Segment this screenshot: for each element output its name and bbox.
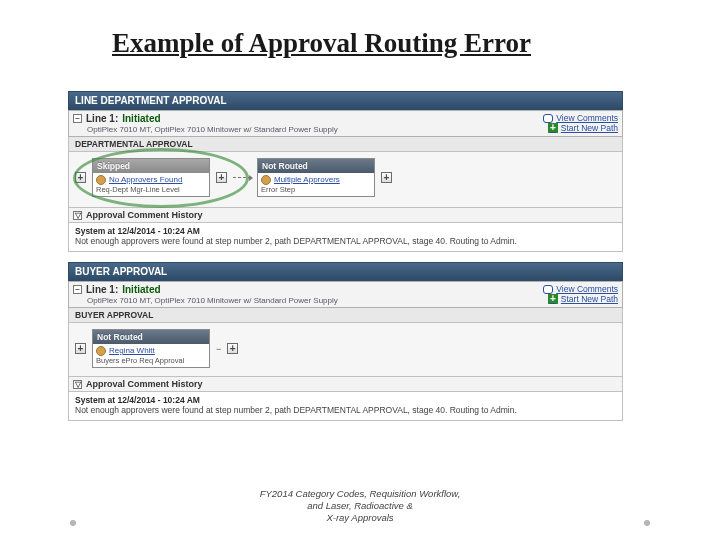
line-label: Line 1: — [86, 113, 118, 124]
buyer-approval-subheader: BUYER APPROVAL — [68, 308, 623, 323]
terminator: − — [216, 344, 221, 354]
start-new-path-link[interactable]: + Start New Path — [543, 294, 618, 304]
step-not-routed-link[interactable]: Regina Whitt — [109, 346, 155, 355]
person-icon — [96, 175, 106, 185]
insert-step-button[interactable]: + — [227, 343, 238, 354]
line-status: Initiated — [122, 113, 160, 124]
connector-arrow-icon — [233, 177, 251, 178]
start-new-path-label: Start New Path — [561, 123, 618, 133]
collapse-icon[interactable]: ▽ — [73, 211, 82, 220]
plus-icon: + — [548, 123, 558, 133]
step-skipped: Skipped No Approvers Found Req-Dept Mgr-… — [92, 158, 210, 197]
plus-icon: + — [548, 294, 558, 304]
step-not-routed: Not Routed Multiple Approvers Error Step — [257, 158, 375, 197]
step-not-routed-sub: Error Step — [261, 185, 295, 194]
step-not-routed-sub: Buyers ePro Req Approval — [96, 356, 184, 365]
insert-step-button[interactable]: + — [216, 172, 227, 183]
workflow-dept: + Skipped No Approvers Found Req-Dept Mg… — [68, 152, 623, 208]
view-comments-label: View Comments — [556, 284, 618, 294]
comment-text: Not enough approvers were found at step … — [75, 236, 616, 246]
footer-line-2: and Laser, Radioactive & — [0, 500, 720, 512]
comment-history-header-buyer: ▽ Approval Comment History — [68, 377, 623, 392]
line-label: Line 1: — [86, 284, 118, 295]
comment-author: System at 12/4/2014 - 10:24 AM — [75, 226, 616, 236]
line-desc: OptiPlex 7010 MT, OptiPlex 7010 Minitowe… — [87, 296, 338, 305]
comment-body-dept: System at 12/4/2014 - 10:24 AM Not enoug… — [68, 223, 623, 252]
collapse-icon[interactable]: − — [73, 285, 82, 294]
insert-step-button[interactable]: + — [75, 343, 86, 354]
start-new-path-label: Start New Path — [561, 294, 618, 304]
buyer-header: BUYER APPROVAL — [68, 262, 623, 281]
comment-body-buyer: System at 12/4/2014 - 10:24 AM Not enoug… — [68, 392, 623, 421]
workflow-buyer: + Not Routed Regina Whitt Buyers ePro Re… — [68, 323, 623, 377]
line-row-buyer: − Line 1: Initiated OptiPlex 7010 MT, Op… — [68, 281, 623, 308]
start-new-path-link[interactable]: + Start New Path — [543, 123, 618, 133]
insert-step-button[interactable]: + — [75, 172, 86, 183]
footer-line-1: FY2014 Category Codes, Requisition Workf… — [0, 488, 720, 500]
step-skipped-title: Skipped — [93, 159, 209, 173]
person-icon — [96, 346, 106, 356]
step-not-routed-buyer: Not Routed Regina Whitt Buyers ePro Req … — [92, 329, 210, 368]
line-dept-header: LINE DEPARTMENT APPROVAL — [68, 91, 623, 110]
line-status: Initiated — [122, 284, 160, 295]
comment-history-header: ▽ Approval Comment History — [68, 208, 623, 223]
line-desc: OptiPlex 7010 MT, OptiPlex 7010 Minitowe… — [87, 125, 338, 134]
line-row-dept: − Line 1: Initiated OptiPlex 7010 MT, Op… — [68, 110, 623, 137]
step-skipped-sub: Req-Dept Mgr-Line Level — [96, 185, 180, 194]
footer-line-3: X-ray Approvals — [0, 512, 720, 524]
step-not-routed-title: Not Routed — [258, 159, 374, 173]
view-comments-label: View Comments — [556, 113, 618, 123]
slide-footer: FY2014 Category Codes, Requisition Workf… — [0, 488, 720, 524]
comment-history-label: Approval Comment History — [86, 210, 203, 220]
step-not-routed-title: Not Routed — [93, 330, 209, 344]
person-icon — [261, 175, 271, 185]
collapse-icon[interactable]: − — [73, 114, 82, 123]
slide-title: Example of Approval Routing Error — [62, 28, 658, 65]
comment-text: Not enough approvers were found at step … — [75, 405, 616, 415]
insert-step-button[interactable]: + — [381, 172, 392, 183]
step-skipped-link[interactable]: No Approvers Found — [109, 175, 182, 184]
step-not-routed-link[interactable]: Multiple Approvers — [274, 175, 340, 184]
comment-history-label: Approval Comment History — [86, 379, 203, 389]
dept-approval-subheader: DEPARTMENTAL APPROVAL — [68, 137, 623, 152]
screenshot-panel: LINE DEPARTMENT APPROVAL − Line 1: Initi… — [68, 91, 623, 421]
collapse-icon[interactable]: ▽ — [73, 380, 82, 389]
comment-author: System at 12/4/2014 - 10:24 AM — [75, 395, 616, 405]
